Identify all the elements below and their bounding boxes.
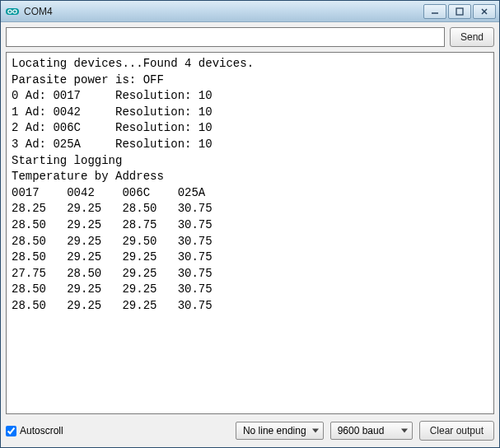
line-ending-value: No line ending (243, 425, 306, 436)
titlebar: COM4 (1, 1, 499, 22)
minimize-button[interactable] (423, 4, 446, 19)
clear-output-button[interactable]: Clear output (419, 421, 494, 441)
window-title: COM4 (24, 6, 423, 17)
close-button[interactable] (473, 4, 496, 19)
serial-output: Locating devices...Found 4 devices. Para… (6, 52, 494, 414)
input-row: Send (6, 27, 494, 47)
autoscroll-control[interactable]: Autoscroll (6, 425, 229, 436)
serial-input[interactable] (6, 27, 445, 47)
svg-rect-4 (456, 8, 463, 15)
serial-monitor-window: COM4 Send Locating devices...Found 4 dev… (0, 0, 500, 448)
body-area: Send Locating devices...Found 4 devices.… (1, 22, 499, 447)
send-button[interactable]: Send (450, 27, 494, 47)
arduino-icon (6, 5, 19, 18)
bottom-bar: Autoscroll No line ending 9600 baud Clea… (6, 419, 494, 442)
line-ending-select[interactable]: No line ending (236, 422, 324, 440)
maximize-button[interactable] (448, 4, 471, 19)
baud-select[interactable]: 9600 baud (330, 422, 413, 440)
autoscroll-label: Autoscroll (20, 425, 63, 436)
autoscroll-checkbox[interactable] (6, 426, 16, 436)
baud-value: 9600 baud (338, 425, 385, 436)
window-controls (423, 4, 496, 19)
